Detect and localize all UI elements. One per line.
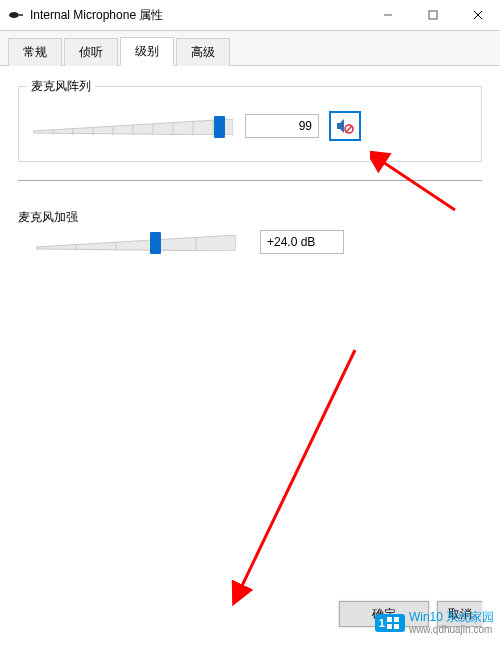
mic-boost-slider-thumb[interactable] (150, 232, 161, 254)
svg-point-0 (9, 12, 19, 18)
mic-array-value[interactable] (245, 114, 319, 138)
svg-marker-19 (36, 235, 236, 251)
mic-array-label: 麦克风阵列 (27, 78, 95, 95)
mic-array-group: 麦克风阵列 (18, 86, 482, 162)
mic-boost-slider[interactable] (36, 231, 236, 253)
titlebar: Internal Microphone 属性 (0, 0, 500, 31)
svg-line-27 (240, 350, 355, 590)
watermark-line1: 系统家园 (446, 610, 494, 624)
window-title: Internal Microphone 属性 (30, 7, 163, 24)
mic-boost-row (18, 230, 482, 254)
tab-content: 麦克风阵列 (0, 66, 500, 274)
svg-rect-30 (387, 624, 392, 629)
svg-rect-28 (387, 617, 392, 622)
annotation-arrow-ok (225, 340, 375, 610)
tab-bar: 常规 侦听 级别 高级 (0, 31, 500, 66)
svg-line-18 (346, 126, 351, 131)
tab-listen[interactable]: 侦听 (64, 38, 118, 66)
mute-button[interactable] (329, 111, 361, 141)
mic-array-row (33, 111, 467, 141)
watermark-url: www.qdhuajin.com (409, 624, 494, 635)
maximize-button[interactable] (410, 0, 455, 30)
svg-rect-1 (18, 14, 23, 16)
watermark-badge: 1 (375, 614, 405, 632)
svg-marker-16 (337, 119, 344, 133)
window-controls (365, 0, 500, 30)
mic-boost-value[interactable] (260, 230, 344, 254)
watermark-badge-1: 1 (379, 617, 385, 629)
mic-boost-label: 麦克风加强 (18, 209, 482, 226)
svg-rect-29 (394, 617, 399, 622)
separator (18, 180, 482, 181)
tab-levels[interactable]: 级别 (120, 37, 174, 66)
minimize-button[interactable] (365, 0, 410, 30)
close-button[interactable] (455, 0, 500, 30)
svg-rect-3 (429, 11, 437, 19)
mic-icon (8, 7, 24, 23)
watermark: 1 Win10 系统家园 www.qdhuajin.com (375, 611, 494, 635)
tab-general[interactable]: 常规 (8, 38, 62, 66)
mic-boost-section: 麦克风加强 (18, 209, 482, 254)
tab-advanced[interactable]: 高级 (176, 38, 230, 66)
mic-array-slider[interactable] (33, 115, 233, 137)
mic-array-slider-thumb[interactable] (214, 116, 225, 138)
svg-rect-31 (394, 624, 399, 629)
watermark-win10: Win10 (409, 610, 443, 624)
